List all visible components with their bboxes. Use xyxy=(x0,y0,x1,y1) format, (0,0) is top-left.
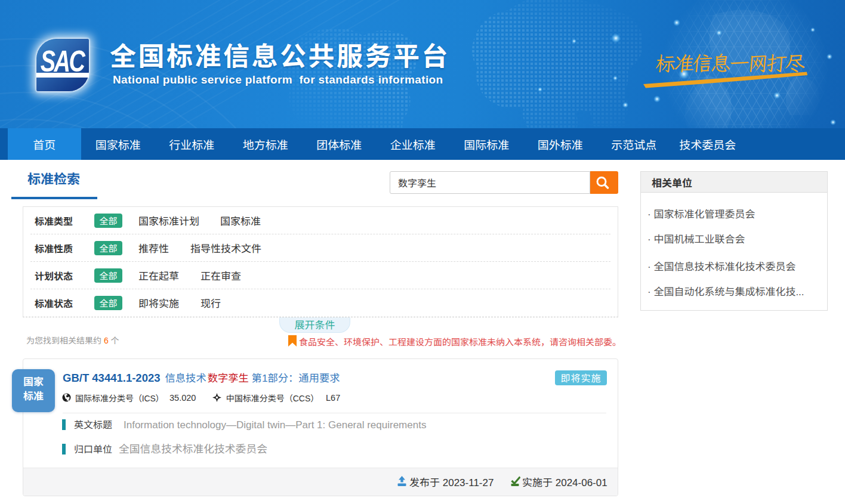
svg-text:标准信息一网打尽: 标准信息一网打尽 xyxy=(654,50,806,76)
